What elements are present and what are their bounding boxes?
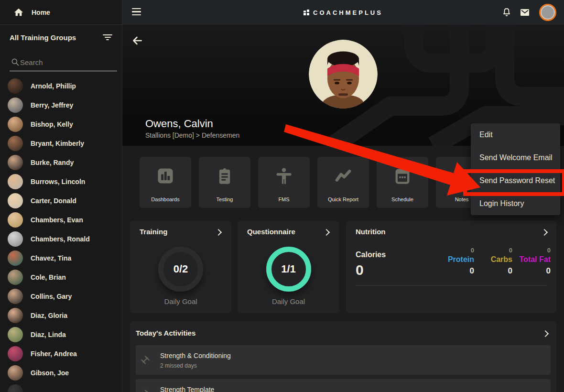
filter-icon[interactable] xyxy=(103,33,112,42)
todays-activities-panel: Today's Activities Strength & Conditioni… xyxy=(130,321,556,392)
macro-label: Protein xyxy=(431,255,474,264)
athlete-name: Gibson, Joe xyxy=(31,369,69,377)
quick-report-chart-icon xyxy=(334,166,353,185)
tile-label: Testing xyxy=(199,196,250,202)
athlete-name: Berry, Jeffrey xyxy=(31,101,73,109)
avatar xyxy=(8,346,23,361)
chevron-right-icon[interactable] xyxy=(541,229,548,236)
training-caption: Daily Goal xyxy=(130,297,231,305)
app-window: Home All Training Groups Arnold, Phillip… xyxy=(0,0,564,392)
tile-testing[interactable]: Testing xyxy=(199,157,250,208)
tile-quick-report[interactable]: Quick Report xyxy=(317,157,369,208)
list-item[interactable]: Bishop, Kelly xyxy=(0,115,122,134)
list-item[interactable]: Carter, Donald xyxy=(0,191,122,210)
list-item[interactable]: Berry, Jeffrey xyxy=(0,96,122,115)
search-icon xyxy=(11,57,20,67)
menu-item-send-welcome-email[interactable]: Send Welcome Email xyxy=(471,146,560,169)
menu-item-login-history[interactable]: Login History xyxy=(471,192,560,215)
avatar xyxy=(8,384,23,392)
athlete-name: Chambers, Ronald xyxy=(31,235,90,243)
tile-dashboards[interactable]: Dashboards xyxy=(140,157,191,208)
avatar xyxy=(8,117,23,132)
training-card[interactable]: Training 0/2 Daily Goal xyxy=(130,221,231,313)
list-item[interactable]: Chambers, Ronald xyxy=(0,229,122,249)
list-item[interactable]: Arnold, Phillip xyxy=(0,76,122,96)
tile-label: Schedule xyxy=(377,196,428,202)
chevron-right-icon[interactable] xyxy=(323,229,330,236)
athlete-name: Collins, Gary xyxy=(31,293,72,300)
avatar xyxy=(8,270,23,285)
list-item[interactable]: Gibson, Joe xyxy=(0,363,122,382)
logo-text: COACHMEPLUS xyxy=(313,9,383,16)
chevron-right-icon[interactable] xyxy=(215,229,222,236)
list-item[interactable]: Collins, Gary xyxy=(0,287,122,306)
top-bar: COACHMEPLUS xyxy=(122,0,564,25)
avatar xyxy=(8,250,23,266)
tile-label: FMS xyxy=(258,196,310,202)
list-item[interactable] xyxy=(0,382,122,392)
divider xyxy=(356,285,547,286)
groups-title: All Training Groups xyxy=(10,33,76,42)
avatar xyxy=(8,174,23,189)
list-item[interactable]: Chavez, Tina xyxy=(0,249,122,268)
list-item[interactable]: Diaz, Linda xyxy=(0,325,122,344)
avatar xyxy=(8,289,23,304)
logo-grid-icon xyxy=(304,10,309,15)
list-item[interactable]: Bryant, Kimberly xyxy=(0,134,122,153)
avatar xyxy=(8,155,23,170)
questionnaire-caption: Daily Goal xyxy=(238,297,339,305)
athlete-name: Fisher, Andrea xyxy=(31,350,77,358)
training-value: 0/2 xyxy=(174,263,188,275)
athlete-name: Bryant, Kimberly xyxy=(31,140,84,147)
activity-row[interactable]: Strength & Conditioning 2 missed days xyxy=(136,345,551,375)
avatar xyxy=(8,327,23,342)
notes-grid-icon xyxy=(452,166,471,185)
list-item[interactable]: Chambers, Evan xyxy=(0,210,122,229)
menu-item-send-password-reset[interactable]: Send Password Reset xyxy=(471,169,560,192)
macro-total-fat: 0 Total Fat 0 xyxy=(508,247,551,276)
list-item[interactable]: Diaz, Gloria xyxy=(0,306,122,325)
tile-label: Quick Report xyxy=(317,196,369,202)
activity-row[interactable]: Strength Template xyxy=(136,379,551,392)
list-item[interactable]: Fisher, Andrea xyxy=(0,344,122,363)
athlete-name: Chavez, Tina xyxy=(31,254,71,262)
tile-schedule[interactable]: Schedule xyxy=(377,157,428,208)
tile-fms[interactable]: FMS xyxy=(258,157,310,208)
user-avatar[interactable] xyxy=(539,4,556,21)
activities-title: Today's Activities xyxy=(136,329,195,337)
menu-item-edit[interactable]: Edit xyxy=(471,123,560,146)
chevron-right-icon[interactable] xyxy=(542,330,549,337)
macro-label: Total Fat xyxy=(508,255,551,264)
search-input[interactable] xyxy=(19,58,116,67)
list-item[interactable]: Cole, Brian xyxy=(0,268,122,287)
activity-title: Strength Template xyxy=(160,386,214,392)
sidebar-item-home[interactable]: Home xyxy=(0,0,122,25)
dumbbell-icon xyxy=(140,388,151,392)
athlete-name: Diaz, Gloria xyxy=(31,312,67,319)
athlete-name: Burke, Randy xyxy=(31,159,74,166)
training-progress-ring: 0/2 xyxy=(158,247,203,292)
home-label: Home xyxy=(32,9,50,16)
back-arrow-icon[interactable] xyxy=(131,34,143,47)
athlete-name: Arnold, Phillip xyxy=(31,82,76,90)
nutrition-card[interactable]: Nutrition Calories 0 0 Protein 0 0 Carbs… xyxy=(346,221,556,313)
macro-value: 0 xyxy=(469,266,512,276)
tile-label: Dashboards xyxy=(140,196,191,202)
athlete-name: Cole, Brian xyxy=(31,273,66,281)
dumbbell-icon xyxy=(140,354,151,366)
list-item[interactable]: Burrows, Lincoln xyxy=(0,172,122,191)
avatar xyxy=(8,212,23,228)
avatar xyxy=(8,98,23,113)
macro-carbs: 0 Carbs 0 xyxy=(469,247,512,276)
list-item[interactable]: Burke, Randy xyxy=(0,153,122,172)
athlete-full-name: Owens, Calvin xyxy=(145,118,213,130)
macro-top-value: 0 xyxy=(508,247,551,254)
home-icon xyxy=(13,7,24,18)
calories-value: 0 xyxy=(356,262,364,278)
sidebar: Home All Training Groups Arnold, Phillip… xyxy=(0,0,122,392)
macro-value: 0 xyxy=(508,266,551,276)
mail-icon[interactable] xyxy=(519,7,531,18)
questionnaire-card[interactable]: Questionnaire 1/1 Daily Goal xyxy=(238,221,339,313)
notifications-bell-icon[interactable] xyxy=(501,7,512,18)
training-groups-header: All Training Groups xyxy=(0,29,122,46)
